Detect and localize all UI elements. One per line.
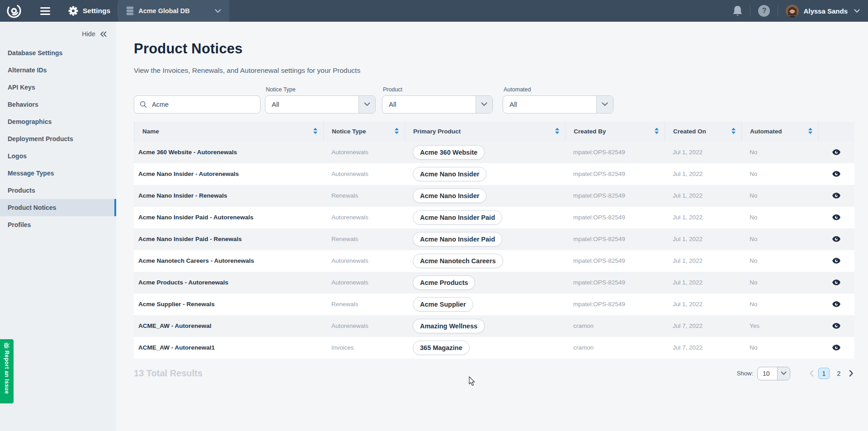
chevron-down-icon[interactable] bbox=[854, 9, 860, 13]
table-row[interactable]: Acme 360 Website - Autorenewals Autorene… bbox=[134, 142, 854, 163]
view-button[interactable] bbox=[831, 300, 842, 308]
view-button[interactable] bbox=[831, 235, 842, 243]
sort-icon[interactable] bbox=[313, 128, 318, 136]
user-name: Alyssa Sands bbox=[803, 7, 848, 15]
sidebar-item-alternate-ids[interactable]: Alternate IDs bbox=[0, 62, 116, 79]
sidebar-item-profiles[interactable]: Profiles bbox=[0, 216, 116, 233]
view-button[interactable] bbox=[831, 343, 842, 352]
primary-product-pill[interactable]: Acme Nano Insider bbox=[413, 167, 486, 181]
cell-created-by: cramon bbox=[565, 344, 665, 351]
database-icon bbox=[126, 6, 134, 15]
column-header-automated[interactable]: Automated bbox=[741, 122, 818, 142]
view-button[interactable] bbox=[831, 278, 842, 287]
column-header-created-by[interactable]: Created By bbox=[565, 122, 665, 142]
primary-product-pill[interactable]: Amazing Wellness bbox=[413, 319, 485, 333]
sidebar-item-label: API Keys bbox=[8, 84, 35, 91]
sort-icon[interactable] bbox=[555, 128, 560, 136]
notice-type-select[interactable]: All bbox=[265, 95, 376, 114]
notifications-bell-icon[interactable] bbox=[733, 5, 742, 17]
cell-automated: No bbox=[741, 192, 818, 199]
sidebar-item-products[interactable]: Products bbox=[0, 182, 116, 199]
report-an-issue-tab[interactable]: Report an Issue bbox=[0, 339, 14, 403]
view-button[interactable] bbox=[831, 148, 842, 156]
table-row[interactable]: Acme Nanotech Careers - Autorenewals Aut… bbox=[134, 250, 854, 272]
cell-automated: No bbox=[741, 171, 818, 177]
sort-icon[interactable] bbox=[808, 128, 813, 136]
settings-label: Settings bbox=[83, 7, 110, 15]
product-select[interactable]: All bbox=[382, 95, 493, 114]
column-header-name[interactable]: Name bbox=[134, 122, 323, 142]
column-header-created-on[interactable]: Created On bbox=[665, 122, 741, 142]
column-header-primary-product[interactable]: Primary Product bbox=[405, 122, 565, 142]
table-row[interactable]: Acme Products - Autorenewals Autorenewal… bbox=[134, 272, 854, 294]
table-row[interactable]: Acme Nano Insider - Renewals Renewals Ac… bbox=[134, 185, 854, 207]
hide-sidebar-button[interactable]: Hide bbox=[0, 22, 116, 44]
database-selector[interactable]: Acme Global DB bbox=[118, 0, 229, 22]
column-header-notice-type[interactable]: Notice Type bbox=[323, 122, 405, 142]
sidebar-item-message-types[interactable]: Message Types bbox=[0, 165, 116, 182]
next-page-button[interactable] bbox=[848, 369, 854, 378]
cell-created-on: Jul 1, 2022 bbox=[665, 257, 741, 264]
sidebar-item-behaviors[interactable]: Behaviors bbox=[0, 96, 116, 113]
view-button[interactable] bbox=[831, 256, 842, 265]
eye-icon bbox=[832, 236, 840, 242]
cell-automated: No bbox=[741, 344, 818, 351]
sidebar-item-api-keys[interactable]: API Keys bbox=[0, 79, 116, 96]
previous-page-button[interactable] bbox=[808, 369, 815, 378]
cell-primary-product: Acme 360 Website bbox=[405, 145, 565, 160]
view-button[interactable] bbox=[831, 322, 842, 330]
sort-icon[interactable] bbox=[654, 128, 659, 136]
sidebar-item-deployment-products[interactable]: Deployment Products bbox=[0, 130, 116, 147]
sidebar-item-label: Alternate IDs bbox=[8, 66, 47, 74]
column-header-blank[interactable] bbox=[818, 122, 854, 142]
avatar[interactable] bbox=[786, 5, 799, 18]
search-input[interactable] bbox=[151, 100, 255, 109]
column-label: Notice Type bbox=[332, 128, 366, 135]
table-row[interactable]: Acme Nano Insider Paid - Renewals Renewa… bbox=[134, 228, 854, 250]
sidebar-item-product-notices[interactable]: Product Notices bbox=[0, 199, 116, 216]
table-row[interactable]: Acme Nano Insider - Autorenewals Autoren… bbox=[134, 163, 854, 185]
table-row[interactable]: Acme Supplier - Renewals Renewals Acme S… bbox=[134, 294, 854, 315]
cell-notice-type: Renewals bbox=[323, 192, 405, 199]
page-1[interactable]: 1 bbox=[818, 368, 830, 379]
automated-filter: Automated All bbox=[503, 86, 613, 114]
automated-select[interactable]: All bbox=[503, 95, 613, 114]
sidebar-item-demographics[interactable]: Demographics bbox=[0, 113, 116, 130]
page-size-select[interactable]: 10 bbox=[757, 367, 790, 380]
primary-product-pill[interactable]: Acme 360 Website bbox=[413, 145, 485, 160]
primary-product-pill[interactable]: Acme Nano Insider Paid bbox=[413, 210, 502, 225]
settings-nav[interactable]: Settings bbox=[68, 6, 110, 16]
sidebar-item-logos[interactable]: Logos bbox=[0, 147, 116, 165]
view-button[interactable] bbox=[831, 170, 842, 178]
view-button[interactable] bbox=[831, 191, 842, 200]
help-icon[interactable]: ? bbox=[758, 5, 770, 17]
table-row[interactable]: ACME_AW - Autorenewal1 Invoices 365 Maga… bbox=[134, 337, 854, 359]
cell-created-on: Jul 1, 2022 bbox=[665, 192, 741, 199]
page-subtitle: View the Invoices, Renewals, and Autoren… bbox=[134, 66, 854, 75]
app-logo[interactable] bbox=[6, 3, 22, 19]
cell-primary-product: Acme Nano Insider Paid bbox=[405, 232, 565, 246]
page-2[interactable]: 2 bbox=[833, 368, 844, 379]
settings-sidebar: Hide Database Settings Alternate IDs API… bbox=[0, 22, 116, 431]
table-body: Acme 360 Website - Autorenewals Autorene… bbox=[134, 142, 854, 359]
sidebar-item-label: Logos bbox=[8, 152, 27, 160]
primary-product-pill[interactable]: 365 Magazine bbox=[413, 341, 470, 355]
table-row[interactable]: Acme Nano Insider Paid - Autorenewals Au… bbox=[134, 207, 854, 228]
menu-icon[interactable] bbox=[38, 5, 52, 17]
cell-primary-product: Acme Products bbox=[405, 275, 565, 290]
sort-icon[interactable] bbox=[731, 128, 736, 136]
primary-product-pill[interactable]: Acme Nanotech Careers bbox=[413, 254, 503, 268]
sidebar-item-label: Demographics bbox=[8, 118, 52, 125]
cell-created-by: mpatel:OPS-82549 bbox=[565, 214, 665, 221]
sidebar-item-database-settings[interactable]: Database Settings bbox=[0, 44, 116, 62]
cell-primary-product: Acme Nano Insider Paid bbox=[405, 210, 565, 225]
product-filter-label: Product bbox=[383, 86, 493, 93]
sort-icon[interactable] bbox=[394, 128, 399, 136]
primary-product-pill[interactable]: Acme Nano Insider bbox=[413, 189, 486, 203]
table-row[interactable]: ACME_AW - Autorenewal Autorenewals Amazi… bbox=[134, 315, 854, 337]
column-label: Created By bbox=[574, 128, 606, 135]
primary-product-pill[interactable]: Acme Nano Insider Paid bbox=[413, 232, 502, 246]
primary-product-pill[interactable]: Acme Supplier bbox=[413, 297, 473, 312]
view-button[interactable] bbox=[831, 213, 842, 222]
primary-product-pill[interactable]: Acme Products bbox=[413, 275, 475, 290]
